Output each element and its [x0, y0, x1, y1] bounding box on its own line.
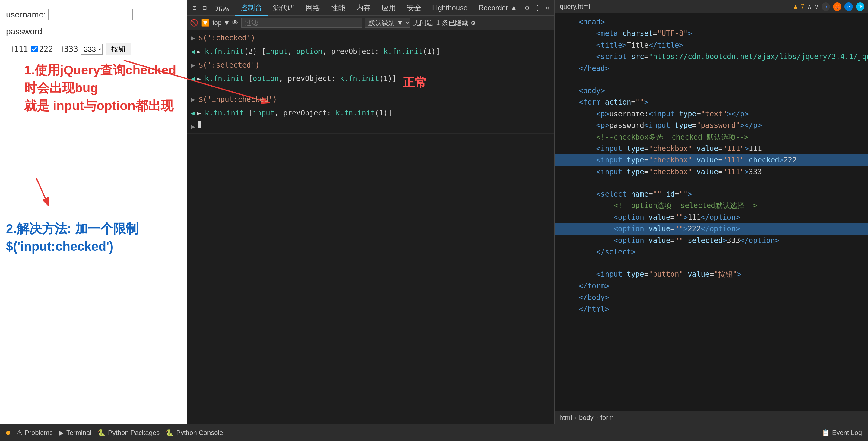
- clear-console-icon[interactable]: 🚫: [190, 19, 198, 27]
- cursor-arrow: ▶: [191, 121, 197, 132]
- python-console-item[interactable]: 🐍 Python Console: [165, 429, 223, 437]
- breadcrumb-html[interactable]: html: [559, 414, 572, 422]
- browser-icon-3[interactable]: e: [844, 2, 853, 11]
- browser-icon-4[interactable]: IE: [856, 2, 864, 11]
- console-line-4: ◀ ► k.fn.init [option, prevObject: k.fn.…: [187, 72, 554, 93]
- code-line-html-close: </html>: [555, 304, 868, 315]
- tab-memory[interactable]: 内存: [351, 0, 376, 16]
- username-input[interactable]: [48, 9, 133, 21]
- tab-security[interactable]: 安全: [401, 0, 427, 16]
- select-box[interactable]: 333 111 222: [81, 44, 102, 55]
- cb-111-input[interactable]: [6, 46, 13, 53]
- console-line-2: ◀ ► k.fn.init(2) [input, option, prevObj…: [187, 45, 554, 59]
- code-line-head-open: <head>: [555, 16, 868, 28]
- code-line-title: <title>Title</title>: [555, 39, 868, 51]
- tab-console[interactable]: 控制台: [235, 0, 268, 16]
- more-icon[interactable]: ⋮: [532, 4, 543, 11]
- console-code-1: $(':checked'): [198, 33, 255, 43]
- code-body[interactable]: <head> <meta charset="UTF-8"> <title>Tit…: [555, 13, 868, 411]
- input-arrow-5: ▶: [191, 94, 197, 105]
- console-filter-input[interactable]: [241, 18, 362, 28]
- breadcrumb-form[interactable]: form: [600, 414, 614, 422]
- input-arrow-3: ▶: [191, 60, 197, 70]
- expand-arrow-6b: ►: [197, 107, 203, 119]
- code-line-form-open: <form action="">: [555, 96, 868, 108]
- tab-performance[interactable]: 性能: [326, 0, 351, 16]
- problems-icon: ⚠: [16, 429, 22, 437]
- settings-icon[interactable]: ⚙: [523, 4, 532, 11]
- form-preview: username: password 111 222 333: [0, 0, 187, 424]
- console-level-select[interactable]: 默认级别 ▼: [365, 18, 410, 28]
- expand-arrow-1b: ►: [197, 46, 203, 57]
- close-icon[interactable]: ✕: [543, 4, 552, 11]
- code-line-body-close: </body>: [555, 292, 868, 303]
- password-row: password: [6, 26, 181, 37]
- code-line-p-username: <p>username:<input type="text"></p>: [555, 108, 868, 120]
- devtools-container: ⊡ ⊟ 元素 控制台 源代码 网络 性能 内存 应用 安全 Lighthouse…: [187, 0, 868, 424]
- console-line-6: ◀ ► k.fn.init [input, prevObject: k.fn.i…: [187, 106, 554, 120]
- checkbox-222: 222: [31, 44, 53, 54]
- tab-sources[interactable]: 源代码: [268, 0, 300, 16]
- event-log-item[interactable]: 📋 Event Log: [822, 429, 862, 437]
- annotation-1-line2: 就是 input与option都出现: [24, 97, 181, 115]
- tab-elements[interactable]: 元素: [210, 0, 235, 16]
- python-packages-item[interactable]: 🐍 Python Packages: [97, 429, 159, 437]
- code-filename: jquery.html: [558, 3, 590, 10]
- browser-icon-2[interactable]: 🦊: [833, 2, 841, 11]
- warning-count: 7: [801, 3, 804, 10]
- code-line-btn-input: <input type="button" value="按钮">: [555, 269, 868, 280]
- console-cursor: [198, 121, 202, 128]
- tab-lighthouse[interactable]: Lighthouse: [427, 1, 473, 15]
- chevron-down-icon[interactable]: ∨: [815, 3, 818, 10]
- cb-333-input[interactable]: [56, 46, 63, 53]
- warning-icon: ▲: [794, 3, 798, 10]
- annotation-2-wrapper: 2.解决方法: 加一个限制 $('input:checked'): [6, 175, 181, 256]
- left-devtools: ⊡ ⊟ 元素 控制台 源代码 网络 性能 内存 应用 安全 Lighthouse…: [187, 0, 554, 424]
- checkbox-333: 333: [56, 44, 78, 54]
- filter-toggle-icon[interactable]: 🔽: [201, 19, 209, 27]
- tab-recorder[interactable]: Recorder ▲: [473, 1, 523, 15]
- checkbox-row: 111 222 333 333 111 222 按钮: [6, 43, 181, 56]
- code-line-comment-cb: <!--checkbox多选 checked 默认选项-->: [555, 131, 868, 143]
- event-log-icon: 📋: [822, 429, 830, 437]
- expand-arrow-4: ◀: [191, 73, 195, 84]
- eye-icon[interactable]: 👁: [231, 19, 238, 27]
- console-line-1: ▶ $(':checked'): [187, 31, 554, 45]
- code-line-select-close: </select>: [555, 246, 868, 258]
- password-input[interactable]: [44, 26, 129, 37]
- main-button[interactable]: 按钮: [105, 43, 131, 56]
- status-bar: ⚠ Problems ▶ Terminal 🐍 Python Packages …: [0, 424, 868, 441]
- console-line-5: ▶ $('input:checked'): [187, 93, 554, 106]
- console-toolbar: 🚫 🔽 top ▼ 👁 默认级别 ▼ 无问题 1 条已隐藏 ⚙: [187, 16, 554, 30]
- console-content[interactable]: ▶ $(':checked') ◀ ► k.fn.init(2) [input,…: [187, 30, 554, 424]
- python-packages-label: Python Packages: [108, 429, 159, 437]
- toolbar-settings-icon[interactable]: ⚙: [471, 19, 475, 27]
- no-issue-label: 无问题: [413, 19, 433, 27]
- terminal-item[interactable]: ▶ Terminal: [59, 429, 91, 437]
- problems-item[interactable]: ⚠ Problems: [16, 429, 53, 437]
- cb-333-label: 333: [64, 44, 78, 54]
- inspect-icon[interactable]: ⊡: [189, 4, 199, 11]
- code-line-head-close: </head>: [555, 63, 868, 74]
- breadcrumb-body[interactable]: body: [579, 414, 593, 422]
- code-line-select-open: <select name="" id="">: [555, 188, 868, 200]
- python-console-icon: 🐍: [165, 429, 174, 437]
- code-line-cb-333: <input type="checkbox" value="111">333: [555, 166, 868, 178]
- code-line-script: <script src="https://cdn.bootcdn.net/aja…: [555, 51, 868, 62]
- checkbox-111: 111: [6, 44, 28, 54]
- device-icon[interactable]: ⊟: [200, 4, 210, 11]
- python-console-label: Python Console: [176, 429, 223, 437]
- username-label: username:: [6, 10, 46, 20]
- cb-222-label: 222: [39, 44, 53, 54]
- top-dropdown-icon[interactable]: ▼: [225, 19, 228, 27]
- code-header-icons: ▲ 7 ∧ ∨ G 🦊 e IE: [794, 2, 864, 11]
- expand-arrow-4b: ►: [197, 73, 203, 84]
- tab-application[interactable]: 应用: [376, 0, 401, 16]
- cb-222-input[interactable]: [31, 46, 38, 53]
- chevron-up-icon[interactable]: ∧: [808, 3, 812, 10]
- browser-icon-1[interactable]: G: [822, 2, 830, 11]
- tab-network[interactable]: 网络: [300, 0, 326, 16]
- hidden-count-label: 1 条已隐藏: [436, 19, 468, 27]
- code-line-opt-111: <option value="">111</option>: [555, 212, 868, 223]
- code-line-comment-opt: <!--option选项 selected默认选择-->: [555, 200, 868, 211]
